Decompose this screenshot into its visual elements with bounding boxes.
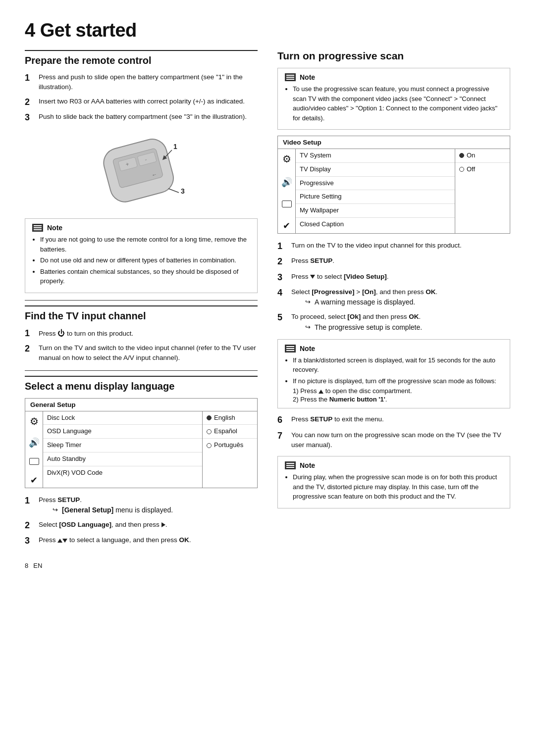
substep-text: The progressive setup is complete.	[315, 323, 422, 331]
note-icon	[285, 345, 296, 353]
step-number: 2	[25, 97, 35, 108]
note-list: If you are not going to use the remote c…	[32, 235, 250, 286]
section-language-title: Select a menu display language	[25, 376, 258, 392]
step-text: Select [OSD Language], and then press .	[39, 520, 167, 530]
note-label: Note	[300, 345, 315, 353]
menu-item: Progressive	[296, 177, 455, 191]
note-header: Note	[285, 73, 503, 81]
speaker-icon: 🔊	[281, 177, 292, 188]
options-column: English Español Português	[203, 411, 257, 488]
note-item: If no picture is displayed, turn off the…	[293, 376, 503, 386]
step-number: 5	[277, 312, 287, 323]
progressive-steps-1: 1 Turn on the TV to the video input chan…	[277, 241, 510, 333]
step-number: 1	[25, 328, 35, 339]
step-item: 2 Press SETUP.	[277, 256, 510, 267]
svg-line-10	[168, 189, 179, 193]
option-label: Português	[214, 440, 243, 451]
note-box-progressive-2: Note If a blank/distorted screen is disp…	[277, 339, 510, 409]
note-label: Note	[300, 461, 315, 469]
note-numbered-item: 2) Press the Numeric button '1'.	[285, 396, 503, 403]
step-text: Turn on the TV and switch to the video i…	[39, 343, 258, 363]
step-number: 1	[25, 72, 35, 84]
menu-column: TV System TV Display Progressive Picture…	[296, 149, 455, 233]
radio-empty	[459, 167, 464, 172]
general-setup-table: General Setup ⚙ 🔊 ✔ Disc Lock OSD Langua…	[25, 398, 258, 488]
note-header: Note	[32, 224, 250, 232]
menu-item: TV System	[296, 149, 455, 163]
menu-item: Closed Caption	[296, 218, 455, 231]
step-text: Press SETUP.	[291, 256, 334, 266]
arrow-icon: ↪	[53, 506, 58, 513]
option-item: Español	[203, 425, 257, 439]
tv-steps: 1 Press ⏻ to turn on this product. 2 Tur…	[25, 328, 258, 363]
page-number: 8	[25, 562, 28, 569]
note-label: Note	[47, 224, 62, 232]
gear-icon: ⚙	[30, 415, 39, 427]
note-box-prepare: Note If you are not going to use the rem…	[25, 218, 258, 293]
step-text: Press and push to slide open the battery…	[39, 72, 258, 93]
option-label: Off	[467, 164, 475, 175]
svg-text:3: 3	[181, 187, 185, 195]
note-list: To use the progressive scan feature, you…	[285, 84, 503, 123]
menu-item: DivX(R) VOD Code	[43, 466, 202, 480]
radio-empty	[207, 429, 212, 434]
check-icon: ✔	[283, 220, 290, 231]
step-number: 6	[277, 414, 287, 426]
step-text: Press SETUP to exit the menu.	[291, 414, 384, 424]
substep-text: A warning message is displayed.	[315, 298, 415, 306]
footer: 8 EN	[25, 562, 258, 569]
step-item: 5 To proceed, select [Ok] and then press…	[277, 312, 510, 333]
step-number: 3	[277, 272, 287, 283]
remote-svg: + - ← 1 3	[77, 135, 206, 207]
step-text: To proceed, select [Ok] and then press O…	[291, 313, 421, 320]
step-item: 6 Press SETUP to exit the menu.	[277, 414, 510, 426]
divider	[25, 300, 258, 301]
triangle-up-icon	[57, 539, 62, 543]
option-label: On	[467, 151, 475, 161]
svg-text:1: 1	[173, 143, 177, 151]
left-column: Prepare the remote control 1 Press and p…	[25, 50, 258, 569]
step-item: 4 Select [Progressive] > [On], and then …	[277, 287, 510, 308]
right-column: Turn on progressive scan Note To use the…	[277, 50, 510, 569]
radio-empty	[207, 443, 212, 448]
section-tv-title: Find the TV input channel	[25, 305, 258, 322]
icon-column: ⚙ 🔊 ✔	[25, 411, 43, 488]
step-number: 1	[277, 241, 287, 252]
note-header: Note	[285, 461, 503, 469]
icon-column: ⚙ 🔊 ✔	[278, 149, 296, 233]
step-text: Select [Progressive] > [On], and then pr…	[291, 288, 437, 296]
menu-item: OSD Language	[43, 425, 202, 439]
note-box-progressive-3: Note During play, when the progressive s…	[277, 456, 510, 508]
menu-item: Picture Setting	[296, 190, 455, 204]
step-item: 2 Turn on the TV and switch to the video…	[25, 343, 258, 363]
note-list: During play, when the progressive scan m…	[285, 472, 503, 502]
eject-icon	[319, 390, 323, 394]
note-icon	[32, 224, 43, 232]
menu-item: My Wallpaper	[296, 204, 455, 218]
note-label: Note	[300, 73, 315, 81]
table-header: General Setup	[25, 399, 257, 411]
step-number: 3	[25, 112, 35, 123]
chapter-title: 4 Get started	[25, 20, 510, 41]
step-item: 1 Turn on the TV to the video input chan…	[277, 241, 510, 252]
step-text: Insert two R03 or AAA batteries with cor…	[39, 97, 245, 106]
substep-text: [General Setup] menu is displayed.	[62, 506, 173, 514]
option-item: Off	[455, 163, 510, 176]
step-number: 3	[25, 535, 35, 547]
note-icon	[285, 73, 296, 81]
step-item: 3 Press to select [Video Setup].	[277, 272, 510, 283]
sub-step: ↪ A warning message is displayed.	[305, 298, 437, 306]
sub-step: ↪ The progressive setup is complete.	[305, 323, 422, 331]
note-item: If a blank/distorted screen is displayed…	[293, 355, 503, 375]
step-text: Turn on the TV to the video input channe…	[291, 241, 462, 251]
step-text: You can now turn on the progressive scan…	[291, 430, 510, 451]
step-number: 1	[25, 495, 35, 506]
option-label: English	[214, 413, 235, 423]
table-body: ⚙ 🔊 ✔ TV System TV Display Progressive P…	[278, 149, 510, 233]
arrow-icon: ↪	[305, 298, 311, 305]
option-label: Español	[214, 426, 237, 437]
step-item: 1 Press and push to slide open the batte…	[25, 72, 258, 93]
arrow-icon: ↪	[305, 323, 311, 331]
step-text: Press ⏻ to turn on this product.	[39, 328, 133, 339]
note-item: During play, when the progressive scan m…	[293, 472, 503, 502]
